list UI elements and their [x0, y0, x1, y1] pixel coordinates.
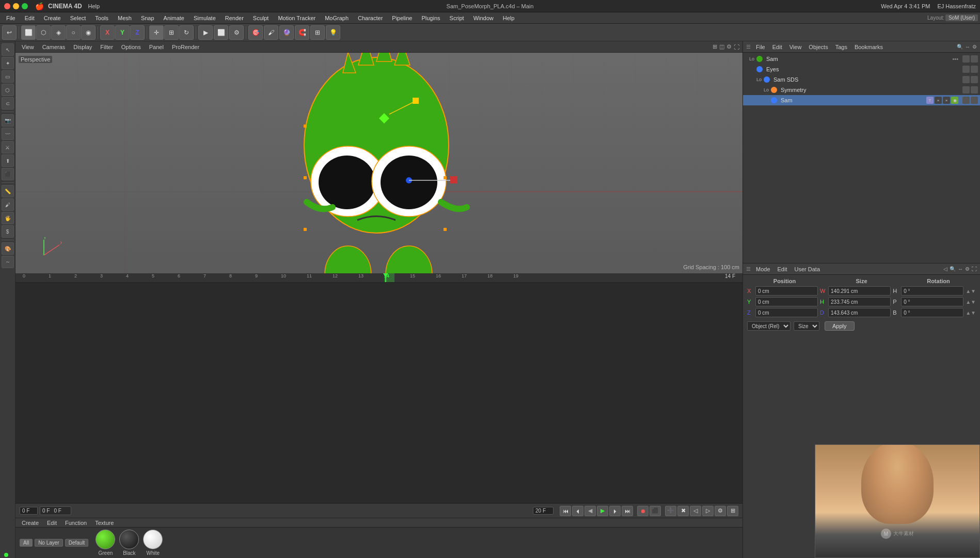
scale-button[interactable]: ⊞: [164, 25, 179, 40]
material-menu-texture[interactable]: Texture: [92, 519, 117, 527]
vp-menu-view[interactable]: View: [19, 43, 37, 51]
texture-mode-button[interactable]: ◉: [81, 25, 96, 40]
vp-menu-options[interactable]: Options: [118, 43, 144, 51]
obj-tab-edit[interactable]: Edit: [770, 43, 784, 51]
add-keyframe-button[interactable]: ➕: [665, 506, 676, 516]
vp-menu-cameras[interactable]: Cameras: [39, 43, 69, 51]
size-h-field[interactable]: 233.745 cm: [828, 297, 891, 306]
material-menu-create[interactable]: Create: [19, 519, 42, 527]
obj-settings-icon[interactable]: ⚙: [972, 44, 977, 50]
perspective-button[interactable]: 🎯: [248, 25, 263, 40]
attr-search-icon[interactable]: 🔍: [950, 266, 956, 272]
size-d-field[interactable]: 143.643 cm: [828, 308, 891, 317]
measure-tool[interactable]: 📏: [2, 185, 14, 197]
rotate-button[interactable]: ↻: [179, 25, 194, 40]
obj-vis-eyes-1[interactable]: [962, 66, 970, 73]
menu-pipeline[interactable]: Pipeline: [388, 14, 416, 22]
move-button[interactable]: ✛: [149, 25, 164, 40]
x-axis-button[interactable]: X: [100, 25, 115, 40]
tag-3[interactable]: ×: [943, 97, 950, 104]
polygon-select-tool[interactable]: ⬡: [2, 84, 14, 96]
model-mode-button[interactable]: ⬜: [21, 25, 36, 40]
maximize-button[interactable]: [22, 3, 28, 9]
attr-arrow-y[interactable]: ▲▼: [966, 299, 976, 305]
obj-row-eyes[interactable]: Eyes: [743, 64, 980, 74]
vp-menu-prorender[interactable]: ProRender: [169, 43, 202, 51]
vp-menu-filter[interactable]: Filter: [97, 43, 116, 51]
position-y-field[interactable]: 0 cm: [755, 297, 818, 306]
bridge-tool[interactable]: ⬛: [2, 168, 14, 180]
minimize-button[interactable]: [13, 3, 19, 9]
render-button[interactable]: ▶: [198, 25, 213, 40]
y-axis-button[interactable]: Y: [115, 25, 130, 40]
hair-tool[interactable]: ～: [2, 256, 14, 268]
attr-back-icon[interactable]: ◁: [943, 266, 947, 272]
timeline-content[interactable]: [15, 283, 742, 503]
select-tool[interactable]: ↖: [2, 43, 14, 56]
menu-simulate[interactable]: Simulate: [189, 14, 220, 22]
rotation-b-field[interactable]: 0 °: [901, 308, 963, 317]
menu-script[interactable]: Script: [446, 14, 468, 22]
spline-tool[interactable]: 〰: [2, 128, 14, 140]
size-w-field[interactable]: 140.291 cm: [828, 286, 891, 296]
window-controls[interactable]: [4, 3, 28, 9]
obj-search-icon[interactable]: 🔍: [957, 44, 963, 50]
menu-create[interactable]: Create: [40, 14, 65, 22]
material-white[interactable]: White: [143, 530, 163, 556]
obj-vis-btn-2[interactable]: [971, 55, 978, 63]
menu-plugins[interactable]: Plugins: [417, 14, 444, 22]
viewport-icon-3[interactable]: ⚙: [726, 43, 732, 50]
menu-mesh[interactable]: Mesh: [114, 14, 136, 22]
obj-vis-samsds-2[interactable]: [971, 76, 978, 83]
obj-vis-sym-2[interactable]: [971, 86, 978, 94]
z-axis-button[interactable]: Z: [130, 25, 145, 40]
timeline-grid-button[interactable]: ⊞: [727, 506, 738, 516]
vp-menu-panel[interactable]: Panel: [146, 43, 167, 51]
filter-all[interactable]: All: [20, 539, 33, 547]
menu-window[interactable]: Window: [469, 14, 498, 22]
menu-sculpt[interactable]: Sculpt: [249, 14, 273, 22]
play-button[interactable]: ▶: [597, 506, 608, 516]
tag-2[interactable]: ×: [935, 97, 942, 104]
obj-row-sam-root[interactable]: Lo Sam •••: [743, 54, 980, 64]
snap-button[interactable]: 🧲: [295, 25, 309, 40]
render-settings-button[interactable]: ⚙: [229, 25, 244, 40]
material-menu-edit[interactable]: Edit: [44, 519, 60, 527]
apply-button[interactable]: Apply: [825, 321, 855, 331]
rotation-h-field[interactable]: 0 °: [901, 286, 963, 296]
obj-vis-sam-c-2[interactable]: [971, 97, 978, 104]
size-mode-select[interactable]: Size: [794, 321, 819, 331]
camera-tool[interactable]: 📷: [2, 114, 14, 127]
knife-tool[interactable]: ⚔: [2, 141, 14, 153]
paint-button[interactable]: 🖌: [264, 25, 278, 40]
magnet-tool[interactable]: $: [2, 225, 14, 238]
vp-menu-display[interactable]: Display: [70, 43, 95, 51]
object-type-select[interactable]: Object (Rel): [747, 321, 791, 331]
tag-4[interactable]: ◉: [951, 97, 958, 104]
attr-tab-edit[interactable]: Edit: [776, 265, 789, 273]
tag-1[interactable]: T: [926, 97, 934, 104]
close-button[interactable]: [4, 3, 10, 9]
sculpt-brush-tool[interactable]: 🖐: [2, 212, 14, 224]
go-to-start-button[interactable]: ⏮: [560, 506, 571, 516]
layout-selector[interactable]: SoM (User): [945, 14, 978, 21]
current-frame-input[interactable]: [52, 507, 70, 514]
record-button[interactable]: ⏺: [637, 506, 649, 516]
sculpt-button[interactable]: 🔮: [279, 25, 294, 40]
obj-tab-objects[interactable]: Objects: [807, 43, 830, 51]
filter-no-layer[interactable]: No Layer: [35, 539, 63, 547]
obj-vis-sam-c-1[interactable]: [962, 97, 970, 104]
obj-vis-btn-1[interactable]: [962, 55, 970, 63]
obj-row-sam-child[interactable]: Sam T × × ◉: [743, 95, 980, 105]
attr-tab-userdata[interactable]: User Data: [793, 265, 823, 273]
obj-tab-tags[interactable]: Tags: [833, 43, 849, 51]
rectangle-select-tool[interactable]: ▭: [2, 70, 14, 83]
paint-tool[interactable]: 🖌: [2, 198, 14, 211]
record-stop-button[interactable]: ⬛: [650, 506, 661, 516]
menu-help[interactable]: Help: [499, 14, 519, 22]
viewport-icon-1[interactable]: ⊞: [713, 43, 717, 50]
position-x-field[interactable]: 0 cm: [755, 286, 818, 296]
play-reverse-button[interactable]: ◀: [584, 506, 596, 516]
menu-render[interactable]: Render: [221, 14, 248, 22]
live-select-tool[interactable]: ✦: [2, 57, 14, 69]
